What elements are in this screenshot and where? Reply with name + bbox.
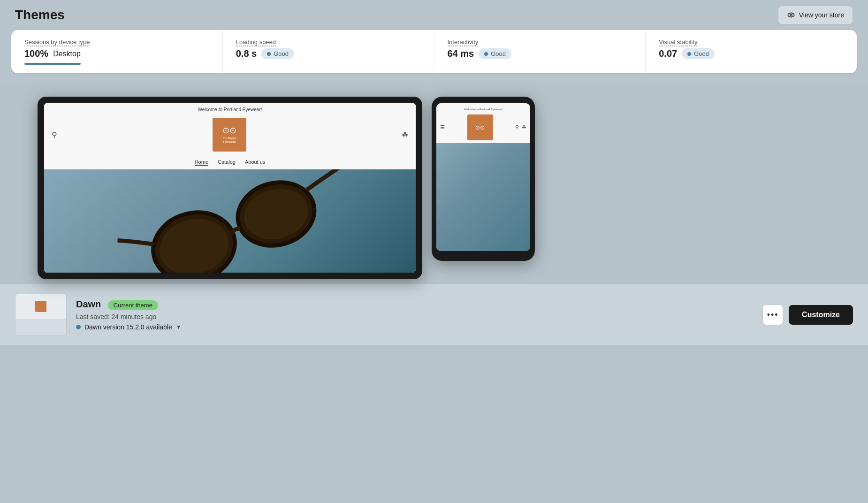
phone-mockup: Welcome to Portland Eyewear! ☰ ⊙⊙ ⚲ ☘ [432,97,535,261]
badge-dot [687,52,691,56]
interactivity-badge: Good [479,48,511,59]
svg-point-1 [790,14,792,16]
theme-details: Dawn Current theme Last saved: 24 minute… [76,299,182,331]
svg-point-0 [788,13,794,17]
sessions-progress-bar [24,63,81,65]
theme-info: Dawn Current theme Last saved: 24 minute… [15,294,182,336]
theme-name: Dawn [76,299,101,309]
stat-loading-speed: Loading speed 0.8 s Good [223,30,434,73]
thumb-logo [35,301,46,312]
badge-dot [484,52,488,56]
cart-icon: ☘ [402,130,408,139]
customize-button[interactable]: Customize [789,305,853,325]
badge-dot [267,52,271,56]
phone-hero-image [436,143,530,251]
store-nav-bar: ⚲ ⊙⊙ PortlandEyewear ☘ [52,115,408,155]
nav-about: About us [245,159,265,166]
theme-last-saved: Last saved: 24 minutes ago [76,313,182,320]
hero-glasses-svg [44,169,416,273]
theme-preview-area: Welcome to Portland Eyewear! ⚲ ⊙⊙ Portla… [0,83,868,284]
nav-home: Home [195,159,208,166]
stat-visual-stability: Visual stability 0.07 Good [646,30,857,73]
phone-logo: ⊙⊙ [467,114,493,140]
visual-stability-badge: Good [682,48,715,59]
theme-info-bar: Dawn Current theme Last saved: 24 minute… [0,284,868,345]
loading-speed-badge: Good [261,48,294,59]
eye-icon [787,11,795,19]
phone-menu-icon: ☰ [440,124,445,130]
theme-actions: ••• Customize [762,305,853,325]
chevron-down-icon: ▼ [176,324,182,330]
progress-fill [24,63,81,65]
stat-sessions: Sessions by device type 100% Desktop [11,30,223,73]
page-title: Themes [15,8,65,23]
phone-search-icon: ⚲ [515,124,519,130]
phone-nav-bar: ☰ ⊙⊙ ⚲ ☘ [440,113,526,143]
view-store-button[interactable]: View your store [778,6,853,24]
theme-thumbnail [15,294,67,336]
phone-store-header: Welcome to Portland Eyewear! ☰ ⊙⊙ ⚲ ☘ [436,103,530,143]
theme-version-row[interactable]: Dawn version 15.2.0 available ▼ [76,323,182,331]
stats-bar: Sessions by device type 100% Desktop Loa… [11,30,857,73]
page-header: Themes View your store [0,0,868,30]
current-theme-badge: Current theme [108,300,158,310]
stat-interactivity: Interactivity 64 ms Good [434,30,646,73]
theme-version-text: Dawn version 15.2.0 available [84,323,172,331]
phone-logo-icon: ⊙⊙ [475,124,485,131]
phone-cart-icon: ☘ [522,124,526,130]
nav-catalog: Catalog [218,159,236,166]
more-options-button[interactable]: ••• [762,305,783,325]
store-header: Welcome to Portland Eyewear! ⚲ ⊙⊙ Portla… [44,103,416,169]
store-logo: ⊙⊙ PortlandEyewear [213,118,246,152]
search-icon: ⚲ [52,130,57,139]
logo-glasses-icon: ⊙⊙ [222,125,236,136]
version-dot [76,325,81,329]
store-hero-image [44,169,416,273]
store-nav-menu: Home Catalog About us [195,155,266,169]
tablet-mockup: Welcome to Portland Eyewear! ⚲ ⊙⊙ Portla… [38,97,422,279]
